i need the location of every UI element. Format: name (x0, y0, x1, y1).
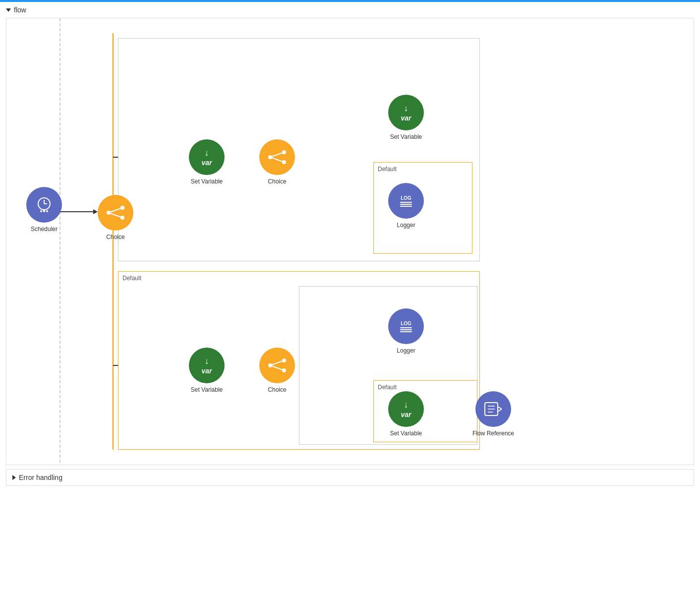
choice3-label: Choice (268, 386, 286, 393)
set-variable4-label: Set Variable (390, 430, 422, 437)
svg-line-44 (270, 360, 284, 365)
bottom-outer-label: Default (122, 275, 141, 282)
choice1-circle (98, 195, 133, 231)
error-section-label: Error handling (19, 474, 62, 481)
flow-reference-node[interactable]: Flow Reference (472, 391, 514, 437)
set-variable3-label: Set Variable (390, 133, 422, 140)
page-container: flow (0, 0, 700, 596)
choice2-circle (259, 139, 295, 175)
set-variable2-node[interactable]: ↓ var Set Variable (189, 348, 225, 393)
choice3-circle (259, 348, 295, 383)
choice2-icon (267, 149, 287, 165)
svg-line-34 (109, 208, 122, 213)
svg-line-48 (498, 409, 502, 412)
logger2-label: Logger (397, 347, 415, 354)
flow-reference-label: Flow Reference (472, 430, 514, 437)
set-variable2-circle: ↓ var (189, 348, 225, 383)
svg-marker-30 (43, 210, 46, 212)
choice1-icon (106, 205, 125, 221)
flow-section: Default Default Default (6, 18, 694, 465)
logger1-node[interactable]: LOG Logger (388, 183, 424, 229)
logger1-label: Logger (397, 222, 415, 229)
scheduler-circle (26, 187, 62, 223)
flow-section-label: flow (14, 6, 26, 14)
logger2-circle: LOG (388, 308, 424, 344)
choice1-label: Choice (106, 234, 124, 240)
flow-reference-circle (475, 391, 511, 427)
flow-ref-icon (484, 402, 503, 417)
set-variable1-circle: ↓ var (189, 139, 225, 175)
error-handling-section: Error handling (6, 469, 694, 486)
error-collapse-icon (12, 475, 16, 480)
choice3-icon (267, 358, 287, 373)
top-default-label: Default (378, 166, 397, 173)
choice1-node[interactable]: Choice (98, 195, 133, 240)
set-variable1-node[interactable]: ↓ var Set Variable (189, 139, 225, 185)
logger1-circle: LOG (388, 183, 424, 219)
svg-line-40 (270, 157, 284, 162)
choice2-label: Choice (268, 178, 286, 185)
scheduler-label: Scheduler (31, 226, 58, 233)
svg-line-35 (109, 213, 122, 218)
logger2-node[interactable]: LOG Logger (388, 308, 424, 354)
choice2-node[interactable]: Choice (259, 139, 295, 185)
set-variable3-node[interactable]: ↓ var Set Variable (388, 95, 424, 140)
flow-collapse-icon (6, 8, 11, 12)
flow-canvas: Default Default Default (6, 18, 694, 465)
set-variable4-node[interactable]: ↓ var Set Variable (388, 391, 424, 437)
set-variable2-label: Set Variable (191, 386, 223, 393)
svg-point-27 (40, 210, 42, 212)
svg-line-39 (270, 152, 284, 157)
scheduler-node[interactable]: Scheduler (26, 187, 62, 233)
error-handling-header[interactable]: Error handling (6, 470, 694, 485)
set-variable3-circle: ↓ var (388, 95, 424, 130)
scheduler-svg-icon (35, 196, 53, 214)
set-variable1-label: Set Variable (191, 178, 223, 185)
svg-line-47 (498, 407, 502, 409)
svg-line-45 (270, 365, 284, 370)
choice3-node[interactable]: Choice (259, 348, 295, 393)
flow-section-header[interactable]: flow (0, 2, 700, 18)
set-variable4-circle: ↓ var (388, 391, 424, 427)
svg-marker-5 (93, 209, 98, 214)
svg-point-29 (46, 210, 48, 212)
bottom-default-inner-label: Default (378, 384, 397, 391)
